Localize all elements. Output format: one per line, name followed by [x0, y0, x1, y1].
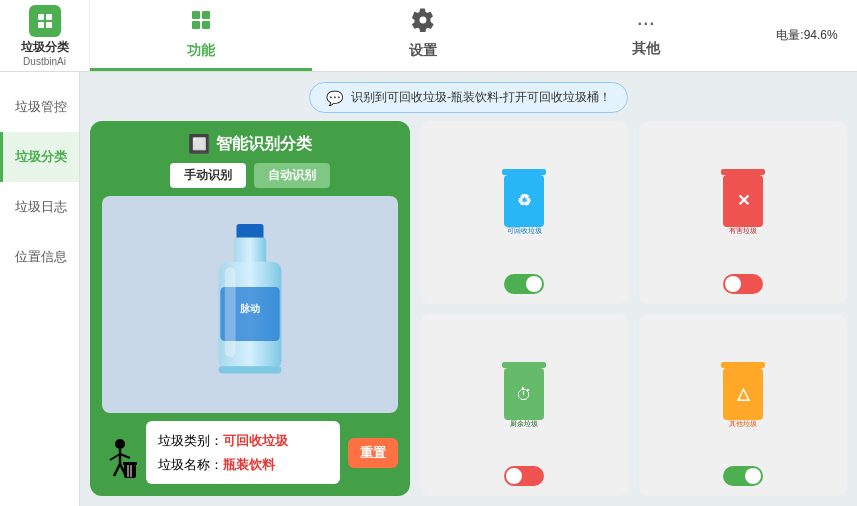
- logo-sub: DustbinAi: [23, 56, 66, 67]
- svg-rect-21: [124, 464, 136, 478]
- settings-label: 设置: [409, 42, 437, 60]
- bin-card-other: △ 其他垃圾: [639, 314, 848, 497]
- bin-card-hazardous: ✕ 有害垃圾: [639, 121, 848, 304]
- svg-rect-4: [192, 11, 200, 19]
- toggle-food[interactable]: [504, 466, 544, 486]
- result-name-label: 垃圾名称：: [158, 457, 223, 472]
- bins-panel: ♻ 可回收垃圾: [420, 121, 847, 496]
- notification-bar: 💬 识别到可回收垃圾-瓶装饮料-打开可回收垃圾桶！: [309, 82, 628, 113]
- sidebar: 垃圾管控 垃圾分类 垃圾日志 位置信息: [0, 72, 80, 506]
- main-content: 垃圾管控 垃圾分类 垃圾日志 位置信息 💬 识别到可回收垃圾-瓶装饮料-打开可回…: [0, 72, 857, 506]
- svg-line-19: [114, 464, 120, 476]
- trash-man-icon: [102, 436, 138, 480]
- top-nav: 垃圾分类 DustbinAi 功能 设置 ··· 其他 电量:94.6%: [0, 0, 857, 72]
- bin-icon-wrap-food: ⏱ 厨余垃圾: [494, 328, 554, 461]
- main-panel: 🔲 智能识别分类 手动识别 自动识别: [90, 121, 847, 496]
- logo-icon: [29, 5, 61, 37]
- settings-icon: [411, 8, 435, 38]
- app-container: 垃圾分类 DustbinAi 功能 设置 ··· 其他 电量:94.6%: [0, 0, 857, 506]
- svg-text:厨余垃圾: 厨余垃圾: [510, 420, 538, 427]
- auto-btn[interactable]: 自动识别: [254, 163, 330, 188]
- result-name-value: 瓶装饮料: [223, 457, 275, 472]
- func-icon: [189, 8, 213, 38]
- result-type-row: 垃圾类别：可回收垃圾: [158, 429, 328, 452]
- reset-btn[interactable]: 重置: [348, 438, 398, 468]
- svg-rect-5: [202, 11, 210, 19]
- sidebar-item-waste-sort[interactable]: 垃圾分类: [0, 132, 79, 182]
- other-icon: ···: [637, 10, 655, 36]
- svg-rect-13: [225, 267, 236, 357]
- bin-icon-recyclable: ♻ 可回收垃圾: [494, 161, 554, 241]
- nav-tab-other[interactable]: ··· 其他: [535, 0, 757, 71]
- svg-rect-7: [202, 21, 210, 29]
- bin-icon-wrap-hazardous: ✕ 有害垃圾: [713, 135, 773, 268]
- trash-icon-area: [102, 421, 138, 484]
- svg-rect-1: [46, 14, 52, 20]
- svg-text:♻: ♻: [517, 192, 531, 209]
- func-label: 功能: [187, 42, 215, 60]
- content-area: 💬 识别到可回收垃圾-瓶装饮料-打开可回收垃圾桶！ 🔲 智能识别分类 手动识别 …: [80, 72, 857, 506]
- result-name-row: 垃圾名称：瓶装饮料: [158, 453, 328, 476]
- result-area: 垃圾类别：可回收垃圾 垃圾名称：瓶装饮料 重置: [102, 421, 398, 484]
- svg-rect-29: [721, 169, 765, 175]
- svg-rect-22: [123, 462, 137, 465]
- toggle-hazardous[interactable]: [723, 274, 763, 294]
- bottle-image: 脉动: [180, 215, 320, 395]
- svg-rect-14: [219, 366, 282, 373]
- camera-view: 脉动: [102, 196, 398, 413]
- svg-point-15: [115, 439, 125, 449]
- recognition-title: 🔲 智能识别分类: [102, 133, 398, 155]
- svg-rect-6: [192, 21, 200, 29]
- svg-rect-9: [234, 237, 266, 264]
- svg-text:其他垃圾: 其他垃圾: [729, 420, 757, 428]
- result-type-label: 垃圾类别：: [158, 433, 223, 448]
- svg-text:△: △: [736, 385, 751, 402]
- bin-card-food: ⏱ 厨余垃圾: [420, 314, 629, 497]
- notif-icon: 💬: [326, 90, 343, 106]
- svg-rect-0: [38, 14, 44, 20]
- recognition-panel: 🔲 智能识别分类 手动识别 自动识别: [90, 121, 410, 496]
- manual-btn[interactable]: 手动识别: [170, 163, 246, 188]
- svg-rect-3: [46, 22, 52, 28]
- sidebar-item-waste-log[interactable]: 垃圾日志: [0, 182, 79, 232]
- result-info: 垃圾类别：可回收垃圾 垃圾名称：瓶装饮料: [146, 421, 340, 484]
- nav-tabs: 功能 设置 ··· 其他: [90, 0, 757, 71]
- logo-area: 垃圾分类 DustbinAi: [0, 0, 90, 71]
- recognition-title-icon: 🔲: [188, 133, 210, 155]
- recognition-buttons: 手动识别 自动识别: [102, 163, 398, 188]
- bin-icon-other: △ 其他垃圾: [713, 354, 773, 434]
- svg-rect-33: [502, 362, 546, 368]
- bin-icon-wrap-other: △ 其他垃圾: [713, 328, 773, 461]
- svg-line-18: [120, 454, 130, 458]
- toggle-wrap-hazardous: [723, 274, 763, 294]
- svg-rect-2: [38, 22, 44, 28]
- svg-line-17: [110, 454, 120, 460]
- bin-icon-food: ⏱ 厨余垃圾: [494, 354, 554, 434]
- result-type-value: 可回收垃圾: [223, 433, 288, 448]
- toggle-wrap-recyclable: [504, 274, 544, 294]
- svg-text:⏱: ⏱: [516, 386, 532, 403]
- nav-tab-settings[interactable]: 设置: [312, 0, 534, 71]
- notification-text: 识别到可回收垃圾-瓶装饮料-打开可回收垃圾桶！: [351, 89, 611, 106]
- bin-icon-hazardous: ✕ 有害垃圾: [713, 161, 773, 241]
- svg-rect-37: [721, 362, 765, 368]
- sidebar-item-location[interactable]: 位置信息: [0, 232, 79, 282]
- svg-text:可回收垃圾: 可回收垃圾: [507, 227, 542, 234]
- svg-text:✕: ✕: [736, 192, 749, 209]
- bin-card-recyclable: ♻ 可回收垃圾: [420, 121, 629, 304]
- toggle-recyclable[interactable]: [504, 274, 544, 294]
- logo-title: 垃圾分类: [21, 39, 69, 56]
- svg-text:有害垃圾: 有害垃圾: [729, 227, 757, 234]
- sidebar-item-waste-control[interactable]: 垃圾管控: [0, 82, 79, 132]
- battery-text: 电量:94.6%: [776, 27, 837, 44]
- svg-text:脉动: 脉动: [239, 303, 260, 314]
- other-label: 其他: [632, 40, 660, 58]
- toggle-wrap-food: [504, 466, 544, 486]
- battery-area: 电量:94.6%: [757, 0, 857, 71]
- nav-tab-func[interactable]: 功能: [90, 0, 312, 71]
- toggle-other[interactable]: [723, 466, 763, 486]
- bin-icon-wrap-recyclable: ♻ 可回收垃圾: [494, 135, 554, 268]
- toggle-wrap-other: [723, 466, 763, 486]
- svg-rect-25: [502, 169, 546, 175]
